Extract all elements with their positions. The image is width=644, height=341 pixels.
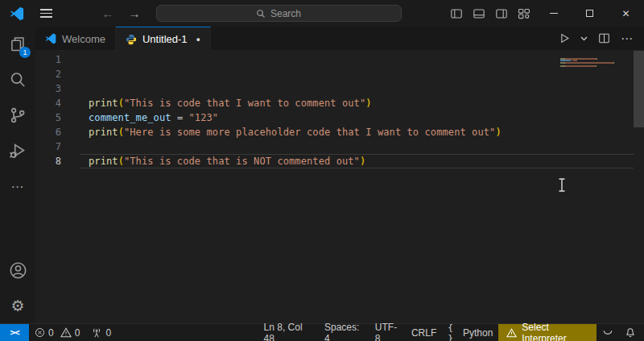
encoding-status[interactable]: UTF-8 [369, 324, 406, 341]
explorer-badge: 1 [19, 47, 31, 58]
minimap-line [560, 62, 613, 64]
toggle-panel-bottom-icon[interactable] [473, 7, 485, 20]
warning-icon [60, 327, 72, 338]
command-center-search[interactable]: Search [156, 5, 402, 22]
title-bar: ← → Search [0, 0, 644, 27]
scrollbar-slider[interactable] [634, 51, 644, 127]
run-button[interactable] [559, 33, 570, 44]
code-editor[interactable]: 1234print("This is code that I want to c… [35, 51, 644, 323]
remote-indicator[interactable]: >< [0, 324, 29, 341]
accounts-button[interactable] [0, 252, 35, 288]
line-number: 6 [35, 125, 61, 139]
line-number: 4 [35, 96, 61, 110]
code-line[interactable]: 7 [35, 139, 644, 154]
search-icon [256, 9, 266, 19]
sidebar-item-explorer[interactable]: 1 [0, 27, 35, 62]
line-number: 3 [35, 81, 61, 96]
split-editor-icon[interactable] [598, 32, 610, 44]
search-view-icon [9, 71, 27, 89]
line-number: 8 [35, 154, 61, 168]
warning-count: 0 [75, 327, 80, 339]
search-placeholder: Search [270, 8, 301, 19]
cursor-position[interactable]: Ln 8, Col 48 [258, 324, 319, 341]
interpreter-warning-label: Select Interpreter [522, 322, 588, 341]
radio-tower-icon [91, 327, 102, 339]
notifications-button[interactable] [619, 324, 644, 341]
vscode-logo-icon [10, 6, 24, 21]
toggle-sidebar-right-icon[interactable] [495, 7, 508, 20]
code-text [61, 139, 89, 154]
code-text [61, 81, 89, 96]
more-actions-icon[interactable]: ⋯ [621, 31, 634, 46]
tab-welcome[interactable]: Welcome [35, 27, 116, 51]
code-line[interactable]: 2 [35, 67, 644, 81]
minimap-line [560, 65, 597, 67]
interpreter-warning-icon [506, 328, 517, 338]
code-text: print("This is code that is NOT commente… [61, 154, 365, 168]
code-text: comment_me_out = "123" [61, 110, 218, 125]
modified-dot-icon[interactable]: ● [196, 35, 200, 44]
feedback-button[interactable] [597, 324, 619, 341]
hamburger-menu-icon[interactable] [37, 6, 56, 21]
python-file-icon [126, 34, 137, 45]
ports-status[interactable]: 0 [85, 324, 117, 341]
code-text: print("Here is some more placeholder cod… [61, 125, 502, 139]
source-control-icon [9, 106, 27, 124]
sidebar-item-search[interactable] [0, 62, 35, 98]
tab-label: Untitled-1 [142, 33, 188, 45]
account-icon [9, 261, 27, 280]
minimize-icon [550, 13, 558, 14]
line-number: 5 [35, 110, 61, 125]
eol-status[interactable]: CRLF [406, 324, 442, 341]
code-text [61, 52, 89, 67]
run-debug-icon [9, 142, 27, 160]
tab-untitled-1[interactable]: Untitled-1 ● [116, 27, 211, 51]
editor-lines: 1234print("This is code that I want to c… [35, 52, 644, 168]
status-bar: >< 0 0 0 Ln 8, Col 48 Spaces: 4 [0, 323, 644, 341]
code-line[interactable]: 5comment_me_out = "123" [35, 110, 644, 125]
select-interpreter-button[interactable]: Select Interpreter [498, 324, 597, 341]
language-mode[interactable]: { } Python [442, 324, 498, 341]
activity-bar: 1 ⋯ [0, 27, 35, 323]
close-button[interactable]: ✕ [608, 0, 644, 27]
more-views-button[interactable]: ⋯ [0, 168, 35, 204]
run-dropdown-chevron-icon[interactable] [580, 36, 588, 41]
mouse-ibeam-cursor [557, 177, 567, 193]
navigate-forward-button[interactable]: → [122, 0, 148, 27]
ports-count: 0 [105, 327, 111, 339]
indentation-status[interactable]: Spaces: 4 [319, 324, 369, 341]
tab-bar: Welcome Untitled-1 ● [35, 27, 644, 51]
ellipsis-icon: ⋯ [11, 179, 25, 194]
feedback-smiley-icon [602, 329, 613, 337]
navigate-back-button[interactable]: ← [95, 0, 122, 27]
code-line[interactable]: 8print("This is code that is NOT comment… [35, 154, 644, 168]
code-line[interactable]: 3 [35, 81, 644, 96]
code-line[interactable]: 1 [35, 52, 644, 67]
customize-layout-icon[interactable] [518, 7, 530, 20]
vscode-file-icon [45, 33, 56, 44]
problems-status[interactable]: 0 0 [29, 324, 85, 341]
sidebar-item-run-debug[interactable] [0, 133, 35, 168]
minimize-button[interactable] [535, 0, 572, 27]
settings-button[interactable]: ⚙ [0, 288, 35, 323]
code-text [61, 67, 89, 81]
error-count: 0 [48, 327, 54, 339]
toggle-sidebar-left-icon[interactable] [450, 7, 463, 20]
code-line[interactable]: 4print("This is code that I want to comm… [35, 96, 644, 110]
code-text: print("This is code that I want to comme… [61, 96, 372, 110]
tab-label: Welcome [62, 33, 105, 45]
line-number: 1 [35, 52, 61, 67]
vscode-window: ← → Search [0, 0, 644, 341]
editor-group: Welcome Untitled-1 ● [35, 27, 644, 323]
bell-icon [625, 327, 636, 339]
gear-icon: ⚙ [10, 298, 24, 314]
maximize-icon [586, 10, 593, 17]
line-number: 2 [35, 67, 61, 81]
sidebar-item-source-control[interactable] [0, 98, 35, 133]
code-line[interactable]: 6print("Here is some more placeholder co… [35, 125, 644, 139]
line-number: 7 [35, 139, 61, 154]
maximize-button[interactable] [572, 0, 608, 27]
error-icon [35, 327, 45, 338]
minimap[interactable] [558, 51, 616, 148]
braces-icon: { } [448, 322, 460, 341]
